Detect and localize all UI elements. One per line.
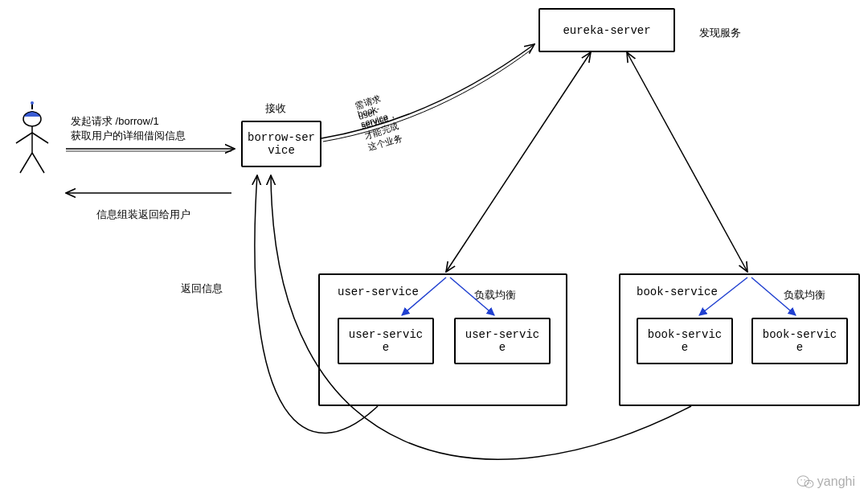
response-label: 信息组装返回给用户	[96, 207, 190, 222]
book-service-instance-1: book-servic e	[637, 318, 733, 364]
watermark: yanghi	[796, 474, 855, 489]
wechat-icon	[796, 474, 814, 489]
book-service-instance-1-label: book-servic e	[648, 328, 722, 354]
book-service-group-label: book-service	[637, 285, 718, 298]
svg-point-2	[31, 101, 34, 105]
request-label-line1: 发起请求 /borrow/1	[71, 114, 159, 129]
svg-point-20	[804, 479, 805, 481]
discover-label: 发现服务	[699, 26, 741, 40]
svg-line-7	[32, 153, 44, 173]
user-service-instance-2-label: user-servic e	[465, 328, 539, 354]
user-service-instance-1-label: user-servic e	[349, 328, 423, 354]
actor-stick-figure	[0, 0, 868, 497]
watermark-text: yanghi	[817, 474, 855, 489]
svg-line-6	[20, 153, 32, 173]
book-service-instance-2-label: book-servic e	[763, 328, 837, 354]
svg-point-0	[23, 112, 41, 126]
user-service-lb-label: 负载均衡	[474, 288, 516, 302]
svg-line-4	[16, 133, 32, 143]
svg-line-11	[446, 52, 591, 272]
return-info-label: 返回信息	[181, 281, 223, 296]
svg-point-19	[800, 479, 802, 481]
eureka-server-label: eureka-server	[563, 24, 650, 37]
svg-line-12	[627, 52, 747, 272]
book-service-lb-label: 负载均衡	[784, 288, 825, 302]
user-service-instance-2: user-servic e	[454, 318, 551, 364]
eureka-server-node: eureka-server	[538, 8, 675, 52]
svg-line-5	[32, 133, 48, 143]
svg-point-21	[807, 483, 808, 483]
user-service-group-label: user-service	[338, 285, 419, 298]
need-services-line2: book-service，才能完成这个业务	[357, 99, 405, 154]
borrow-service-node: borrow-ser vice	[241, 121, 321, 167]
receive-label: 接收	[265, 101, 286, 116]
borrow-service-label: borrow-ser vice	[248, 131, 315, 157]
user-service-instance-1: user-servic e	[338, 318, 434, 364]
svg-point-22	[809, 483, 810, 483]
request-label-line2: 获取用户的详细借阅信息	[71, 129, 186, 143]
connectors	[0, 0, 868, 497]
book-service-instance-2: book-servic e	[751, 318, 848, 364]
